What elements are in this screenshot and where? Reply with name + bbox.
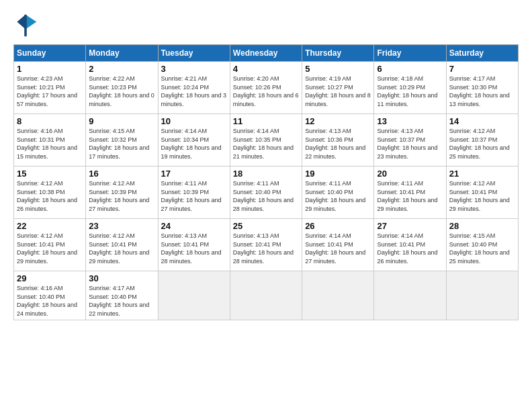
col-wednesday: Wednesday xyxy=(230,45,302,62)
day-number: 2 xyxy=(89,64,154,74)
day-number: 25 xyxy=(233,221,299,231)
col-sunday: Sunday xyxy=(14,45,86,62)
day-info: Sunrise: 4:13 AMSunset: 10:41 PMDaylight… xyxy=(161,232,227,265)
day-info: Sunrise: 4:12 AMSunset: 10:41 PMDaylight… xyxy=(17,232,83,265)
day-info: Sunrise: 4:13 AMSunset: 10:37 PMDaylight… xyxy=(377,127,443,161)
day-number: 28 xyxy=(449,221,515,231)
calendar-cell: 27Sunrise: 4:14 AMSunset: 10:41 PMDaylig… xyxy=(374,219,446,271)
day-number: 18 xyxy=(233,169,299,179)
calendar-cell xyxy=(230,271,302,320)
calendar-cell: 13Sunrise: 4:13 AMSunset: 10:37 PMDaylig… xyxy=(374,114,446,167)
day-info: Sunrise: 4:14 AMSunset: 10:34 PMDaylight… xyxy=(161,127,227,161)
day-number: 26 xyxy=(305,221,371,231)
calendar-cell: 28Sunrise: 4:15 AMSunset: 10:40 PMDaylig… xyxy=(446,219,518,271)
calendar-cell: 3Sunrise: 4:21 AMSunset: 10:24 PMDayligh… xyxy=(158,62,230,114)
day-number: 15 xyxy=(17,169,83,179)
day-info: Sunrise: 4:12 AMSunset: 10:39 PMDaylight… xyxy=(89,179,154,213)
day-info: Sunrise: 4:18 AMSunset: 10:29 PMDaylight… xyxy=(377,75,443,108)
day-number: 4 xyxy=(233,64,299,74)
day-number: 5 xyxy=(305,64,371,74)
logo-icon xyxy=(13,13,38,38)
day-info: Sunrise: 4:23 AMSunset: 10:21 PMDaylight… xyxy=(17,75,83,108)
calendar-cell: 30Sunrise: 4:17 AMSunset: 10:40 PMDaylig… xyxy=(86,271,158,320)
calendar-cell xyxy=(158,271,230,320)
day-number: 19 xyxy=(305,169,371,179)
calendar-cell: 7Sunrise: 4:17 AMSunset: 10:30 PMDayligh… xyxy=(446,62,518,114)
svg-marker-2 xyxy=(17,15,26,30)
day-info: Sunrise: 4:15 AMSunset: 10:40 PMDaylight… xyxy=(449,232,515,265)
svg-rect-3 xyxy=(24,15,27,36)
logo xyxy=(13,13,40,38)
col-monday: Monday xyxy=(86,45,158,62)
day-number: 27 xyxy=(377,221,443,231)
calendar-cell: 18Sunrise: 4:11 AMSunset: 10:40 PMDaylig… xyxy=(230,167,302,219)
day-number: 20 xyxy=(377,169,443,179)
day-number: 11 xyxy=(233,116,299,126)
day-number: 22 xyxy=(17,221,83,231)
day-info: Sunrise: 4:20 AMSunset: 10:26 PMDaylight… xyxy=(233,75,299,108)
day-info: Sunrise: 4:11 AMSunset: 10:41 PMDaylight… xyxy=(377,179,443,213)
day-number: 10 xyxy=(161,116,227,126)
day-info: Sunrise: 4:11 AMSunset: 10:40 PMDaylight… xyxy=(305,179,371,213)
calendar-cell: 21Sunrise: 4:12 AMSunset: 10:41 PMDaylig… xyxy=(446,167,518,219)
calendar-cell: 20Sunrise: 4:11 AMSunset: 10:41 PMDaylig… xyxy=(374,167,446,219)
page: Sunday Monday Tuesday Wednesday Thursday… xyxy=(0,0,532,411)
day-info: Sunrise: 4:12 AMSunset: 10:37 PMDaylight… xyxy=(449,127,515,161)
day-number: 8 xyxy=(17,116,83,126)
calendar-cell: 15Sunrise: 4:12 AMSunset: 10:38 PMDaylig… xyxy=(14,167,86,219)
day-info: Sunrise: 4:12 AMSunset: 10:41 PMDaylight… xyxy=(449,179,515,213)
calendar-cell: 29Sunrise: 4:16 AMSunset: 10:40 PMDaylig… xyxy=(14,271,86,320)
day-info: Sunrise: 4:12 AMSunset: 10:41 PMDaylight… xyxy=(89,232,154,265)
day-number: 17 xyxy=(161,169,227,179)
calendar-cell: 1Sunrise: 4:23 AMSunset: 10:21 PMDayligh… xyxy=(14,62,86,114)
calendar-cell: 8Sunrise: 4:16 AMSunset: 10:31 PMDayligh… xyxy=(14,114,86,167)
calendar-cell: 19Sunrise: 4:11 AMSunset: 10:40 PMDaylig… xyxy=(302,167,374,219)
calendar-cell: 25Sunrise: 4:13 AMSunset: 10:41 PMDaylig… xyxy=(230,219,302,271)
day-info: Sunrise: 4:14 AMSunset: 10:35 PMDaylight… xyxy=(233,127,299,161)
calendar-cell: 22Sunrise: 4:12 AMSunset: 10:41 PMDaylig… xyxy=(14,219,86,271)
calendar-cell: 17Sunrise: 4:11 AMSunset: 10:39 PMDaylig… xyxy=(158,167,230,219)
col-friday: Friday xyxy=(374,45,446,62)
day-info: Sunrise: 4:11 AMSunset: 10:40 PMDaylight… xyxy=(233,179,299,213)
calendar-cell: 4Sunrise: 4:20 AMSunset: 10:26 PMDayligh… xyxy=(230,62,302,114)
col-saturday: Saturday xyxy=(446,45,518,62)
calendar: Sunday Monday Tuesday Wednesday Thursday… xyxy=(13,44,519,320)
calendar-header-row: Sunday Monday Tuesday Wednesday Thursday… xyxy=(14,45,519,62)
day-number: 3 xyxy=(161,64,227,74)
day-number: 7 xyxy=(449,64,515,74)
calendar-cell xyxy=(374,271,446,320)
header xyxy=(13,13,519,38)
day-info: Sunrise: 4:14 AMSunset: 10:41 PMDaylight… xyxy=(377,232,443,265)
col-tuesday: Tuesday xyxy=(158,45,230,62)
calendar-cell: 26Sunrise: 4:14 AMSunset: 10:41 PMDaylig… xyxy=(302,219,374,271)
calendar-cell: 14Sunrise: 4:12 AMSunset: 10:37 PMDaylig… xyxy=(446,114,518,167)
day-number: 9 xyxy=(89,116,154,126)
day-number: 21 xyxy=(449,169,515,179)
day-number: 16 xyxy=(89,169,154,179)
svg-marker-1 xyxy=(26,15,36,30)
day-number: 30 xyxy=(89,273,154,283)
calendar-cell: 23Sunrise: 4:12 AMSunset: 10:41 PMDaylig… xyxy=(86,219,158,271)
day-info: Sunrise: 4:15 AMSunset: 10:32 PMDaylight… xyxy=(89,127,154,161)
day-info: Sunrise: 4:17 AMSunset: 10:30 PMDaylight… xyxy=(449,75,515,108)
calendar-cell: 6Sunrise: 4:18 AMSunset: 10:29 PMDayligh… xyxy=(374,62,446,114)
calendar-cell: 2Sunrise: 4:22 AMSunset: 10:23 PMDayligh… xyxy=(86,62,158,114)
calendar-cell xyxy=(302,271,374,320)
day-info: Sunrise: 4:14 AMSunset: 10:41 PMDaylight… xyxy=(305,232,371,265)
calendar-cell: 10Sunrise: 4:14 AMSunset: 10:34 PMDaylig… xyxy=(158,114,230,167)
day-number: 1 xyxy=(17,64,83,74)
day-info: Sunrise: 4:16 AMSunset: 10:40 PMDaylight… xyxy=(17,284,83,318)
calendar-cell: 12Sunrise: 4:13 AMSunset: 10:36 PMDaylig… xyxy=(302,114,374,167)
day-number: 24 xyxy=(161,221,227,231)
day-number: 23 xyxy=(89,221,154,231)
day-info: Sunrise: 4:21 AMSunset: 10:24 PMDaylight… xyxy=(161,75,227,108)
day-info: Sunrise: 4:19 AMSunset: 10:27 PMDaylight… xyxy=(305,75,371,108)
calendar-cell xyxy=(446,271,518,320)
day-info: Sunrise: 4:17 AMSunset: 10:40 PMDaylight… xyxy=(89,284,154,318)
day-number: 29 xyxy=(17,273,83,283)
day-number: 14 xyxy=(449,116,515,126)
calendar-cell: 5Sunrise: 4:19 AMSunset: 10:27 PMDayligh… xyxy=(302,62,374,114)
day-info: Sunrise: 4:12 AMSunset: 10:38 PMDaylight… xyxy=(17,179,83,213)
calendar-cell: 16Sunrise: 4:12 AMSunset: 10:39 PMDaylig… xyxy=(86,167,158,219)
calendar-cell: 11Sunrise: 4:14 AMSunset: 10:35 PMDaylig… xyxy=(230,114,302,167)
